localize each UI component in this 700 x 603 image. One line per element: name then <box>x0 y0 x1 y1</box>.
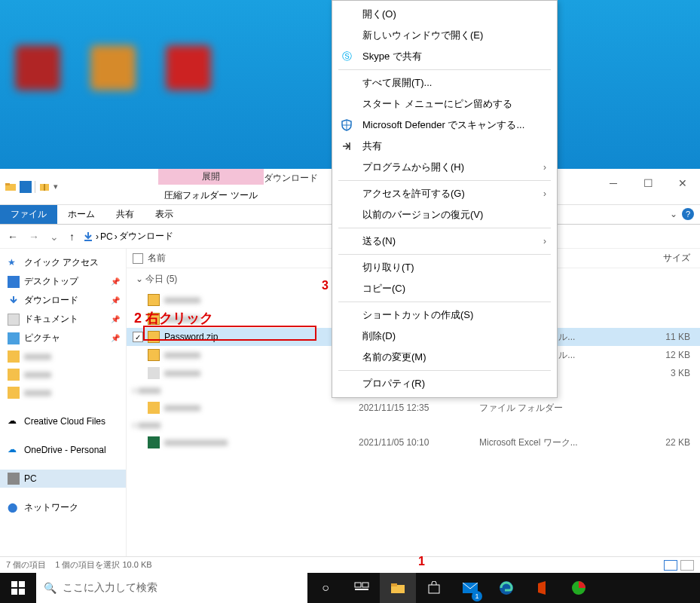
file-explorer-taskbar[interactable] <box>380 573 416 603</box>
windows-logo-icon <box>11 581 25 595</box>
mail-taskbar[interactable]: 1 <box>452 573 488 603</box>
xml-icon <box>148 367 160 379</box>
app-taskbar[interactable] <box>561 573 597 603</box>
breadcrumb[interactable]: › PC › ダウンロード <box>82 230 173 243</box>
sidebar-documents[interactable]: ドキュメント📌 <box>0 310 126 329</box>
group-row-blur[interactable]: › xxxxx <box>127 417 700 433</box>
task-view-button[interactable] <box>344 573 380 603</box>
onedrive-icon: ☁ <box>8 444 20 456</box>
sidebar-blur3[interactable]: xxxxxx <box>0 384 126 402</box>
file-icon <box>148 313 160 325</box>
tab-share[interactable]: 共有 <box>105 205 145 224</box>
tab-file[interactable]: ファイル <box>0 205 57 224</box>
pictures-icon <box>8 332 20 344</box>
folder-icon <box>5 181 17 193</box>
ctx-rename[interactable]: 名前の変更(M) <box>332 347 557 368</box>
ctx-cut[interactable]: 切り取り(T) <box>332 257 557 278</box>
file-name[interactable]: Password.zip <box>164 332 218 342</box>
sidebar-quick-access[interactable]: ★クイック アクセス <box>0 253 126 272</box>
maximize-button[interactable]: ☐ <box>631 172 665 194</box>
ctx-new-window[interactable]: 新しいウィンドウで開く(E) <box>332 25 557 46</box>
ctx-pin-start[interactable]: スタート メニューにピン留めする <box>332 93 557 115</box>
tab-view[interactable]: 表示 <box>145 205 184 224</box>
recent-dropdown[interactable]: ⌄ <box>47 231 62 243</box>
ctx-properties[interactable]: プロパティ(R) <box>332 373 557 394</box>
details-view-icon[interactable] <box>664 560 677 571</box>
sidebar-pc[interactable]: PC <box>0 470 126 488</box>
ctx-open-with[interactable]: プログラムから開く(H)› <box>332 157 557 178</box>
sidebar-downloads[interactable]: ダウンロード📌 <box>0 291 126 310</box>
ctx-share[interactable]: 共有 <box>332 136 557 157</box>
pin-icon: 📌 <box>111 334 120 342</box>
checkbox[interactable]: ✓ <box>133 332 143 342</box>
minimize-button[interactable]: ─ <box>596 172 631 194</box>
excel-icon <box>148 436 160 448</box>
cortana-button[interactable]: ○ <box>307 573 344 603</box>
file-row[interactable]: xxxxxxxxxxxxxx 2021/11/05 10:10 Microsof… <box>127 433 700 451</box>
chevron-right-icon: › <box>543 188 546 199</box>
crumb-downloads[interactable]: ダウンロード <box>119 230 173 243</box>
store-taskbar[interactable] <box>416 573 452 603</box>
chevron-right-icon: › <box>543 236 546 246</box>
large-icons-view-icon[interactable] <box>680 560 694 571</box>
ctx-open[interactable]: 開く(O) <box>332 4 557 25</box>
sidebar-creative-cloud[interactable]: ☁Creative Cloud Files <box>0 412 126 430</box>
expand-ribbon-icon[interactable]: ⌄ <box>670 209 677 219</box>
back-button[interactable]: ← <box>5 231 21 243</box>
sidebar-desktop[interactable]: デスクトップ📌 <box>0 272 126 291</box>
star-icon: ★ <box>8 257 20 269</box>
file-row[interactable]: xxxxxxxx 2021/11/15 12:35 ファイル フォルダー <box>127 399 700 417</box>
folder-icon <box>148 402 160 414</box>
office-taskbar[interactable] <box>524 573 561 603</box>
search-icon: 🔍 <box>44 582 57 594</box>
file-icon <box>148 294 160 306</box>
folder-icon <box>8 350 20 363</box>
ctx-restore-versions[interactable]: 以前のバージョンの復元(V) <box>332 204 557 225</box>
ctx-defender-scan[interactable]: Microsoft Defender でスキャンする... <box>332 115 557 136</box>
sidebar: ★クイック アクセス デスクトップ📌 ダウンロード📌 ドキュメント📌 ピクチャ📌… <box>0 249 127 556</box>
ctx-copy[interactable]: コピー(C) <box>332 278 557 299</box>
ctx-skype-share[interactable]: ⓈSkype で共有 <box>332 46 557 67</box>
up-button[interactable]: ↑ <box>66 231 78 243</box>
ctx-send-to[interactable]: 送る(N)› <box>332 231 557 252</box>
forward-button[interactable]: → <box>26 231 42 243</box>
svg-rect-4 <box>84 240 92 241</box>
sidebar-onedrive[interactable]: ☁OneDrive - Personal <box>0 441 126 459</box>
ctx-create-shortcut[interactable]: ショートカットの作成(S) <box>332 305 557 326</box>
sidebar-blur1[interactable]: xxxxxx <box>0 347 126 366</box>
edge-taskbar[interactable] <box>488 573 524 603</box>
desktop-icons-blurred <box>15 45 211 90</box>
taskbar: 🔍 ここに入力して検索 ○ 1 <box>0 573 700 603</box>
help-icon[interactable]: ? <box>682 208 694 220</box>
taskbar-search[interactable]: 🔍 ここに入力して検索 <box>36 573 307 603</box>
col-name[interactable]: 名前 <box>148 252 166 265</box>
download-icon <box>82 231 94 243</box>
svg-rect-7 <box>355 589 368 590</box>
svg-rect-6 <box>362 583 368 587</box>
skype-icon: Ⓢ <box>340 50 353 63</box>
sidebar-network[interactable]: ⬤ネットワーク <box>0 498 126 517</box>
save-icon[interactable] <box>20 181 32 193</box>
select-all-checkbox[interactable] <box>133 253 143 264</box>
folder-icon <box>8 369 20 381</box>
sidebar-blur2[interactable]: xxxxxx <box>0 366 126 384</box>
pin-icon: 📌 <box>111 296 120 305</box>
col-size[interactable]: サイズ <box>630 252 690 265</box>
context-menu: 開く(O) 新しいウィンドウで開く(E) ⓈSkype で共有 すべて展開(T)… <box>332 0 558 398</box>
crumb-pc[interactable]: PC <box>100 231 113 242</box>
svg-rect-10 <box>429 585 439 593</box>
ctx-delete[interactable]: 削除(D) <box>332 326 557 347</box>
contextual-tab[interactable]: 展開 圧縮フォルダー ツール <box>158 169 264 205</box>
window-title: ダウンロード <box>264 172 318 185</box>
close-button[interactable]: ✕ <box>665 172 700 194</box>
contextual-label[interactable]: 圧縮フォルダー ツール <box>158 185 264 207</box>
tab-home[interactable]: ホーム <box>57 205 105 224</box>
zip-icon <box>148 331 160 343</box>
ctx-extract-all[interactable]: すべて展開(T)... <box>332 72 557 93</box>
sidebar-pictures[interactable]: ピクチャ📌 <box>0 329 126 347</box>
ctx-grant-access[interactable]: アクセスを許可する(G)› <box>332 183 557 204</box>
pc-icon <box>8 473 20 485</box>
start-button[interactable] <box>0 573 36 603</box>
chevron-right-icon: › <box>543 162 546 173</box>
download-icon <box>8 295 20 307</box>
